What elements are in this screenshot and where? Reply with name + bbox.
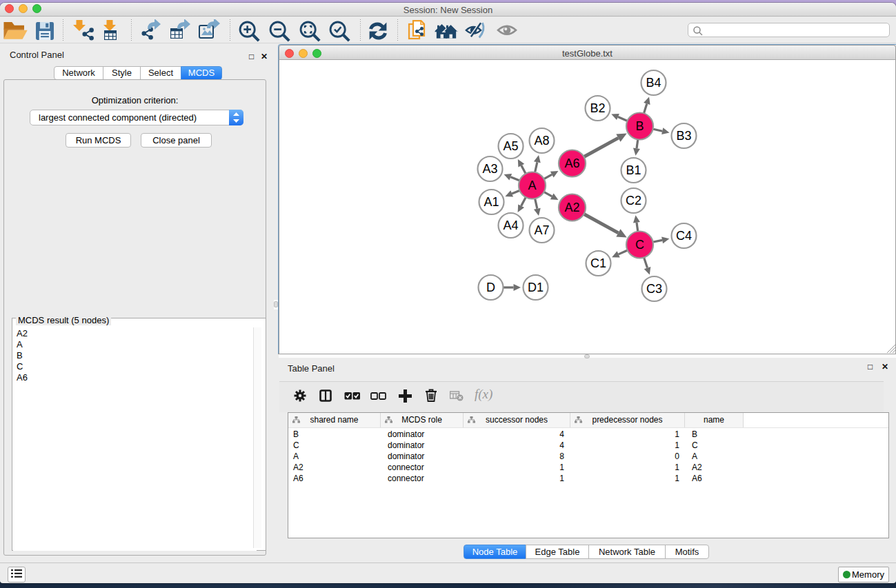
svg-text:C2: C2 xyxy=(626,194,641,207)
svg-text:A2: A2 xyxy=(564,201,579,214)
svg-text:B: B xyxy=(635,119,644,133)
svg-text:B2: B2 xyxy=(590,101,605,115)
svg-text:C1: C1 xyxy=(590,256,606,270)
svg-text:D1: D1 xyxy=(528,281,544,294)
svg-text:B1: B1 xyxy=(626,163,641,177)
svg-text:A1: A1 xyxy=(484,195,499,209)
svg-text:C: C xyxy=(635,238,644,252)
svg-text:A7: A7 xyxy=(534,223,549,237)
svg-text:A: A xyxy=(528,179,536,192)
svg-text:B3: B3 xyxy=(676,129,691,143)
svg-text:D: D xyxy=(486,281,495,294)
svg-text:A6: A6 xyxy=(564,156,579,170)
svg-text:C3: C3 xyxy=(646,282,662,296)
svg-text:C4: C4 xyxy=(676,229,692,243)
svg-text:A8: A8 xyxy=(534,134,549,148)
svg-text:A5: A5 xyxy=(503,139,518,153)
svg-text:A4: A4 xyxy=(503,219,518,232)
svg-text:A3: A3 xyxy=(482,162,497,176)
svg-text:B4: B4 xyxy=(646,76,661,90)
